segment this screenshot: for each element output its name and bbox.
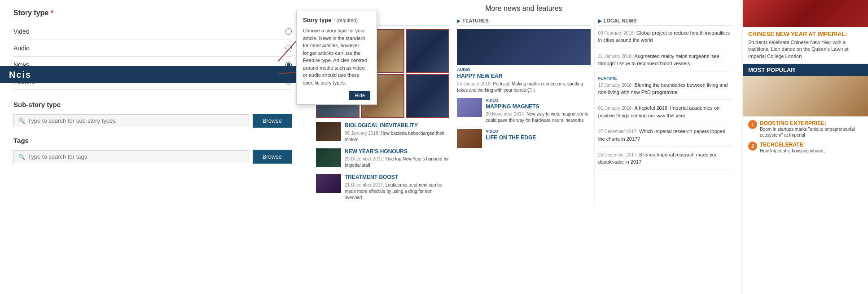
radio-item-video[interactable]: Video — [13, 23, 292, 40]
local-news-date-2: 31 January 2018: — [598, 54, 633, 59]
local-news-col-header: ▶ LOCAL NEWS — [598, 18, 732, 26]
most-popular-img-inner — [743, 76, 868, 116]
tooltip-hide-button[interactable]: Hide — [349, 91, 370, 100]
news-date-3: 21 December 2017: — [345, 183, 384, 187]
sub-story-search-icon: 🔍 — [18, 118, 25, 124]
tooltip-required: * (required) — [333, 18, 358, 23]
sub-story-section: Sub-story type 🔍 Browse — [13, 101, 292, 128]
sub-story-browse-button[interactable]: Browse — [253, 114, 292, 128]
feature-date-1: 24 January 2018: — [457, 81, 491, 86]
feature-headline-3[interactable]: LIFE ON THE EDGE — [486, 134, 590, 142]
audio-label: Audio — [13, 45, 30, 52]
required-star: * — [51, 9, 53, 17]
news-snippet-1: 08 January 2018: How bacteria turbocharg… — [345, 130, 449, 143]
chinese-ny-text: Students celebrate Chinese New Year with… — [748, 39, 863, 60]
local-news-item-5: 27 December 2017: Which Imperial researc… — [598, 128, 732, 147]
popular-title-1[interactable]: BOOSTING ENTERPRISE: — [760, 120, 863, 126]
tags-browse-button[interactable]: Browse — [253, 150, 292, 164]
features-col-header: ▶ FEATURES — [457, 18, 590, 26]
news-text-2: NEW YEAR'S HONOURS 29 December 2017: Fiv… — [345, 148, 449, 169]
tooltip-popup: Story type * (required) Choose a story t… — [296, 10, 377, 105]
story-type-text: Story type — [13, 9, 48, 17]
feature-snippet-2: 20 November 2017: New way to write magne… — [486, 111, 590, 124]
news-grid-thumb-6 — [407, 75, 448, 117]
sub-story-search-input[interactable] — [28, 117, 244, 124]
feature-category-1: AUDIO — [457, 67, 590, 72]
local-news-date-1: 09 February 2018: — [598, 31, 635, 36]
chinese-new-year-section: CHINESE NEW YEAR AT IMPERIAL: Students c… — [743, 27, 868, 64]
local-news-item-4: 01 January 2018: A hopeful 2018: Imperia… — [598, 104, 732, 123]
sub-story-input-wrapper[interactable]: 🔍 — [13, 114, 249, 127]
feature-item-1: AUDIO HAPPY NEW EAR 24 January 2018: Pod… — [457, 67, 590, 94]
sub-story-search-row: 🔍 Browse — [13, 114, 292, 128]
feature-main-thumb — [457, 29, 590, 65]
news-article-1: BIOLOGICAL INEVITABILITY 08 January 2018… — [316, 122, 449, 143]
local-news-category-3: FEATURE — [598, 76, 732, 80]
feature-snippet-1: 24 January 2018: Podcast: Making maths c… — [457, 81, 590, 94]
local-news-item-1: 09 February 2018: Global project to redu… — [598, 29, 732, 48]
feature-headline-2[interactable]: MAPPING MAGNETS — [486, 103, 590, 111]
news-headline-2[interactable]: NEW YEAR'S HONOURS — [345, 148, 449, 156]
tags-search-icon: 🔍 — [18, 154, 25, 160]
popular-num-1: 1 — [748, 120, 757, 129]
popular-snippet-1: Boom in startups marks "unique entrepren… — [760, 126, 863, 138]
feature-comments-1: 💬 1 — [527, 88, 536, 93]
popular-text-2: TECHCELERATE: How Imperial is boosting v… — [760, 142, 863, 154]
news-thumb-3 — [316, 174, 341, 193]
news-article-2: NEW YEAR'S HONOURS 29 December 2017: Fiv… — [316, 148, 449, 169]
tags-title: Tags — [13, 137, 292, 144]
right-panel: CHINESE NEW YEAR AT IMPERIAL: Students c… — [742, 0, 868, 294]
most-popular-header: MOST POPULAR — [743, 64, 868, 76]
audio-radio[interactable] — [285, 45, 292, 51]
local-news-col-label: LOCAL NEWS — [604, 18, 637, 23]
chinese-ny-title[interactable]: CHINESE NEW YEAR AT IMPERIAL: — [748, 31, 863, 37]
news-date-1: 08 January 2018: — [345, 131, 379, 136]
popular-item-2: 2 TECHCELERATE: How Imperial is boosting… — [748, 142, 863, 154]
feature-headline-1[interactable]: HAPPY NEW EAR — [457, 73, 590, 80]
most-popular-image — [743, 76, 868, 116]
feature-date-2: 20 November 2017: — [486, 111, 525, 116]
tags-input-wrapper[interactable]: 🔍 — [13, 150, 249, 163]
radio-item-audio[interactable]: Audio — [13, 40, 292, 57]
local-news-date-6: 25 December 2017: — [598, 152, 638, 157]
popular-title-2[interactable]: TECHCELERATE: — [760, 142, 863, 148]
local-news-item-6: 25 December 2017: 8 times Imperial resea… — [598, 151, 732, 170]
feature-item-2: VIDEO MAPPING MAGNETS 20 November 2017: … — [457, 98, 590, 124]
feature-thumb-3 — [457, 129, 482, 148]
story-type-label: Story type * — [13, 9, 292, 17]
news-grid-item-6[interactable] — [406, 74, 449, 118]
local-news-item-2: 31 January 2018: Augmented reality helps… — [598, 53, 732, 71]
features-col-arrow: ▶ — [457, 18, 460, 23]
tags-section: Tags 🔍 Browse — [13, 137, 292, 164]
tags-search-row: 🔍 Browse — [13, 150, 292, 164]
news-text-3: TREATMENT BOOST 21 December 2017: Leukae… — [345, 174, 449, 201]
news-snippet-2: 29 December 2017: Five top New Year's ho… — [345, 156, 449, 169]
news-thumb-2 — [316, 148, 341, 167]
news-headline-3[interactable]: TREATMENT BOOST — [345, 174, 449, 181]
feature-category-2: VIDEO — [486, 98, 590, 102]
tags-search-input[interactable] — [28, 153, 244, 160]
news-thumb-1 — [316, 122, 341, 141]
local-news-col-arrow: ▶ — [598, 18, 602, 23]
feature-item-3: VIDEO LIFE ON THE EDGE — [457, 129, 590, 148]
popular-text-1: BOOSTING ENTERPRISE: Boom in startups ma… — [760, 120, 863, 138]
local-news-column: ▶ LOCAL NEWS 09 February 2018: Global pr… — [595, 18, 735, 206]
ncis-text: Ncis — [9, 70, 31, 80]
tooltip-body: Choose a story type for your article. Ne… — [303, 27, 370, 86]
popular-item-1: 1 BOOSTING ENTERPRISE: Boom in startups … — [748, 120, 863, 138]
news-grid-item-3[interactable] — [406, 29, 449, 73]
video-radio[interactable] — [285, 28, 292, 35]
video-label: Video — [13, 28, 30, 35]
feature-category-3: VIDEO — [486, 129, 590, 134]
sub-story-title: Sub-story type — [13, 101, 292, 108]
news-headline-1[interactable]: BIOLOGICAL INEVITABILITY — [345, 122, 449, 129]
local-news-item-3: FEATURE 17 January 2018: Blurring the bo… — [598, 76, 732, 100]
left-panel: Story type * Video Audio News Feature — [0, 0, 305, 294]
feature-text-block-3: VIDEO LIFE ON THE EDGE — [486, 129, 590, 148]
local-news-date-5: 27 December 2017: — [598, 129, 638, 134]
feature-text-block-2: VIDEO MAPPING MAGNETS 20 November 2017: … — [486, 98, 590, 124]
news-article-3: TREATMENT BOOST 21 December 2017: Leukae… — [316, 174, 449, 201]
features-col-label: FEATURES — [462, 18, 488, 23]
news-snippet-3: 21 December 2017: Leukaemia treatment ca… — [345, 182, 449, 201]
news-grid-thumb-3 — [407, 30, 448, 72]
